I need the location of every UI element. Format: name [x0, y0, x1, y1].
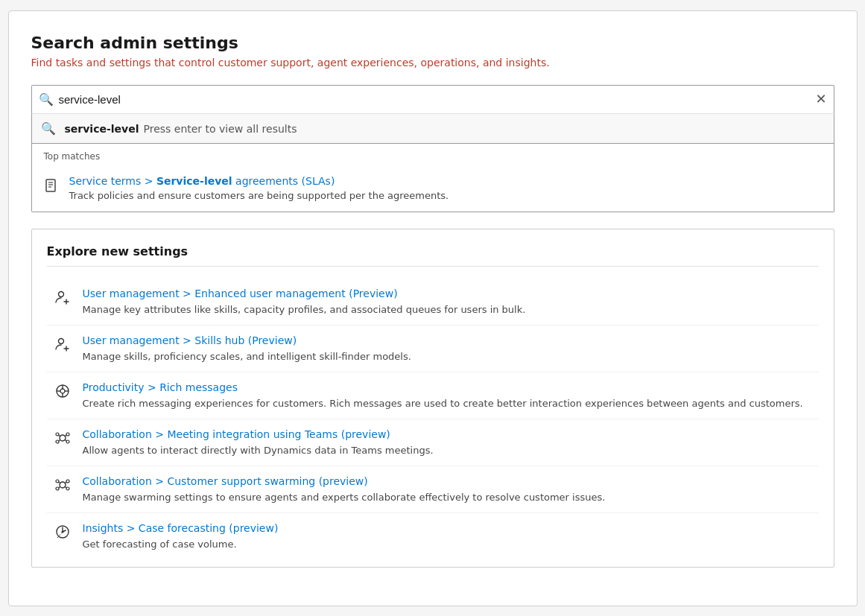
svg-point-21 [60, 482, 66, 488]
explore-item-1-content: User management > Skills hub (Preview) M… [83, 334, 411, 363]
explore-item-3-content: Collaboration > Meeting integration usin… [83, 428, 434, 457]
collaboration-icon-0 [53, 430, 72, 450]
explore-desc-4: Manage swarming settings to ensure agent… [83, 492, 606, 503]
svg-point-4 [58, 291, 63, 296]
document-icon [44, 175, 59, 194]
top-matches-section: Top matches Service terms > Service-leve… [31, 144, 834, 212]
svg-line-26 [59, 482, 60, 483]
top-match-desc: Track policies and ensure customers are … [69, 190, 449, 201]
svg-point-15 [56, 440, 59, 443]
explore-link-0[interactable]: User management > Enhanced user manageme… [83, 288, 526, 299]
search-suggestion-row[interactable]: 🔍 service-levelPress enter to view all r… [31, 113, 834, 144]
explore-link-2[interactable]: Productivity > Rich messages [83, 381, 803, 393]
svg-point-14 [66, 433, 69, 436]
svg-point-25 [66, 487, 69, 490]
svg-point-13 [56, 433, 59, 436]
explore-item-5-content: Insights > Case forecasting (preview) Ge… [83, 522, 279, 550]
svg-line-17 [59, 435, 60, 436]
explore-link-4[interactable]: Collaboration > Customer support swarmin… [83, 475, 606, 487]
explore-desc-0: Manage key attributes like skills, capac… [83, 304, 526, 315]
svg-line-20 [65, 439, 66, 441]
explore-desc-3: Allow agents to interact directly with D… [83, 445, 434, 456]
top-match-content: Service terms > Service-level agreements… [69, 174, 449, 201]
explore-item-3: Collaboration > Meeting integration usin… [47, 419, 819, 466]
svg-point-12 [60, 435, 66, 441]
explore-link-5[interactable]: Insights > Case forecasting (preview) [83, 522, 279, 534]
main-container: Search admin settings Find tasks and set… [8, 10, 858, 606]
explore-section: Explore new settings User management > E… [31, 229, 834, 568]
collaboration-icon-1 [53, 477, 72, 497]
explore-item-4: Collaboration > Customer support swarmin… [47, 466, 819, 512]
svg-line-19 [59, 439, 60, 441]
user-management-icon-1 [53, 336, 72, 356]
explore-desc-2: Create rich messaging experiences for cu… [83, 398, 803, 409]
top-matches-label: Top matches [32, 144, 834, 166]
svg-point-7 [60, 389, 65, 393]
svg-line-18 [65, 435, 66, 436]
link-bold: Service-level [156, 175, 232, 187]
clear-icon[interactable]: ✕ [815, 92, 826, 106]
explore-desc-5: Get forecasting of case volume. [83, 539, 237, 550]
suggestion-search-icon: 🔍 [41, 121, 56, 136]
explore-title: Explore new settings [47, 244, 819, 267]
explore-item-2: Productivity > Rich messages Create rich… [47, 372, 819, 419]
link-suffix: agreements (SLAs) [232, 175, 335, 187]
explore-link-1[interactable]: User management > Skills hub (Preview) [83, 334, 411, 346]
search-input[interactable] [31, 85, 834, 113]
search-wrapper: 🔍 ✕ [31, 85, 834, 113]
page-title: Search admin settings [31, 34, 834, 52]
svg-point-22 [56, 480, 59, 483]
explore-link-3[interactable]: Collaboration > Meeting integration usin… [83, 428, 434, 440]
svg-line-29 [65, 486, 66, 488]
top-match-link[interactable]: Service terms > Service-level agreements… [69, 175, 335, 187]
explore-desc-1: Manage skills, proficiency scales, and i… [83, 351, 411, 362]
top-match-item: Service terms > Service-level agreements… [32, 166, 834, 212]
svg-rect-0 [46, 180, 55, 191]
svg-point-5 [58, 338, 63, 343]
explore-item-0: User management > Enhanced user manageme… [47, 279, 819, 325]
link-prefix: Service terms > [69, 175, 156, 187]
suggestion-bold-text: service-levelPress enter to view all res… [65, 121, 297, 136]
svg-point-24 [56, 487, 59, 490]
explore-item-4-content: Collaboration > Customer support swarmin… [83, 475, 606, 504]
insights-icon [53, 524, 72, 544]
explore-item-1: User management > Skills hub (Preview) M… [47, 325, 819, 372]
svg-point-16 [66, 440, 69, 443]
svg-line-28 [59, 486, 60, 488]
explore-item-5: Insights > Case forecasting (preview) Ge… [47, 512, 819, 559]
productivity-icon [53, 383, 72, 403]
user-management-icon-0 [53, 289, 72, 309]
explore-item-0-content: User management > Enhanced user manageme… [83, 288, 526, 316]
search-icon-left: 🔍 [39, 92, 54, 106]
svg-line-27 [65, 482, 66, 483]
page-subtitle: Find tasks and settings that control cus… [31, 57, 834, 69]
explore-item-2-content: Productivity > Rich messages Create rich… [83, 381, 803, 410]
svg-point-23 [66, 480, 69, 483]
